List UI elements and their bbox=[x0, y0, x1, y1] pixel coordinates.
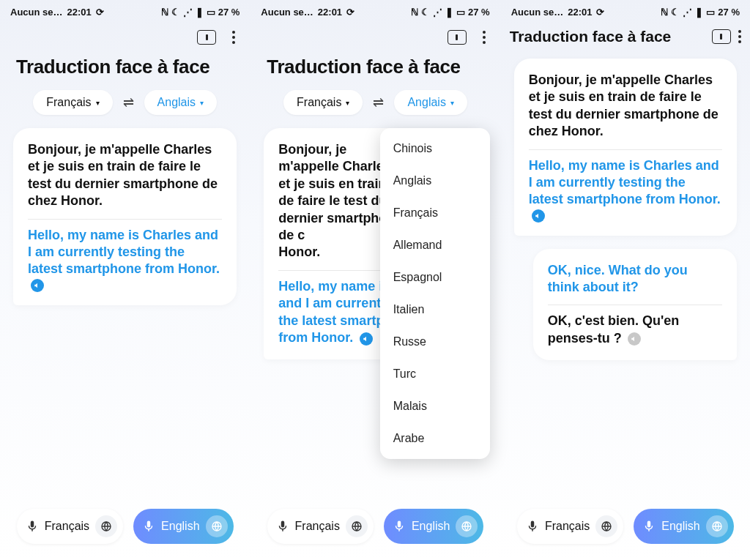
translated-text: Hello, my name is bbox=[278, 279, 390, 294]
more-button[interactable] bbox=[483, 31, 486, 44]
speak-target-label: English bbox=[412, 520, 450, 533]
nfc-icon: ℕ bbox=[161, 7, 168, 18]
conversation-area: Bonjour, je m'appelle Charles et je suis… bbox=[0, 128, 250, 503]
swap-languages-button[interactable]: ⇌ bbox=[123, 94, 134, 111]
speak-source-button[interactable]: Français bbox=[517, 509, 623, 544]
more-button[interactable] bbox=[738, 30, 741, 43]
top-bar bbox=[0, 23, 250, 51]
target-language-label: Anglais bbox=[157, 96, 196, 109]
alert-icon: ❚ bbox=[445, 7, 453, 18]
source-text: Bonjour, je m'appelle Charles et je suis… bbox=[28, 141, 222, 210]
keyboard-source-button[interactable] bbox=[95, 515, 117, 537]
carrier-label: Aucun se… bbox=[10, 7, 63, 18]
dropdown-option[interactable]: Turc bbox=[380, 358, 490, 390]
dropdown-option[interactable]: Russe bbox=[380, 326, 490, 358]
more-button[interactable] bbox=[232, 31, 235, 44]
conversation-area: Bonjour, je m'appelle Charles et je suis… bbox=[250, 128, 500, 503]
battery-icon: ▭ bbox=[706, 7, 715, 18]
reply-target-text: OK, nice. What do you think about it? bbox=[548, 262, 722, 296]
keyboard-icon bbox=[351, 520, 363, 532]
dropdown-option[interactable]: Allemand bbox=[380, 229, 490, 261]
phone-screen-3: Aucun se… 22:01 ⟳ ℕ ☾ ⋰ ❚ ▭ 27 % Traduct… bbox=[500, 0, 750, 560]
battery-percent: 27 % bbox=[218, 7, 240, 18]
keyboard-icon bbox=[461, 520, 472, 532]
alert-icon: ❚ bbox=[196, 7, 204, 18]
alert-icon: ❚ bbox=[695, 7, 703, 18]
reply-bubble: OK, nice. What do you think about it? OK… bbox=[533, 249, 737, 361]
moon-icon: ☾ bbox=[671, 7, 680, 18]
divider bbox=[28, 219, 222, 220]
keyboard-source-button[interactable] bbox=[346, 515, 368, 537]
translated-text: Hello, my name is Charles and I am curre… bbox=[529, 158, 721, 207]
page-title: Traduction face à face bbox=[250, 51, 500, 90]
sync-icon: ⟳ bbox=[596, 7, 604, 18]
battery-icon: ▭ bbox=[207, 7, 215, 18]
speak-button[interactable] bbox=[31, 279, 44, 292]
chevron-down-icon: ▾ bbox=[96, 99, 100, 107]
top-bar bbox=[250, 23, 500, 51]
target-language-label: Anglais bbox=[407, 96, 445, 109]
carrier-label: Aucun se… bbox=[261, 7, 313, 18]
microphone-icon bbox=[393, 520, 406, 533]
header-row: Traduction face à face bbox=[501, 23, 750, 48]
microphone-icon bbox=[526, 520, 539, 533]
source-language-selector[interactable]: Français▾ bbox=[33, 90, 112, 115]
target-language-selector[interactable]: Anglais▾ bbox=[144, 90, 217, 115]
speak-target-button[interactable]: English bbox=[133, 509, 233, 544]
battery-icon: ▭ bbox=[456, 7, 465, 18]
microphone-icon bbox=[642, 520, 656, 533]
dropdown-option[interactable]: Arabe bbox=[380, 422, 490, 455]
dropdown-option[interactable]: Espagnol bbox=[380, 261, 490, 294]
keyboard-source-button[interactable] bbox=[595, 515, 617, 537]
target-language-selector[interactable]: Anglais▾ bbox=[394, 90, 467, 115]
speak-button[interactable] bbox=[360, 332, 373, 346]
dropdown-option[interactable]: Italien bbox=[380, 294, 490, 326]
page-title: Traduction face à face bbox=[0, 51, 250, 90]
source-language-selector[interactable]: Français▾ bbox=[283, 90, 363, 115]
microphone-icon bbox=[276, 520, 289, 533]
dropdown-option[interactable]: Anglais bbox=[380, 165, 490, 197]
translated-text: Hello, my name is Charles and I am curre… bbox=[28, 228, 220, 277]
message-bubble: Bonjour, je m'appelle Charles et je suis… bbox=[514, 59, 737, 236]
battery-percent: 27 % bbox=[468, 7, 490, 18]
dropdown-option[interactable]: Malais bbox=[380, 390, 490, 422]
orientation-button[interactable] bbox=[712, 29, 731, 44]
language-row: Français▾ ⇌ Anglais▾ bbox=[0, 90, 250, 128]
language-dropdown: Chinois Anglais Français Allemand Espagn… bbox=[380, 128, 490, 459]
phone-screen-2: Aucun se… 22:01 ⟳ ℕ ☾ ⋰ ❚ ▭ 27 % Traduct… bbox=[250, 0, 500, 560]
source-text: Bonjour, je m'appelle Charles et je suis… bbox=[529, 72, 722, 141]
wifi-icon: ⋰ bbox=[683, 7, 692, 18]
sync-icon: ⟳ bbox=[346, 7, 354, 18]
status-bar: Aucun se… 22:01 ⟳ ℕ ☾ ⋰ ❚ ▭ 27 % bbox=[501, 0, 750, 23]
orientation-button[interactable] bbox=[448, 30, 467, 45]
clock-label: 22:01 bbox=[318, 7, 342, 18]
speak-source-button[interactable]: Français bbox=[17, 509, 123, 544]
microphone-icon bbox=[26, 520, 39, 533]
speak-target-button[interactable]: English bbox=[384, 509, 483, 544]
dropdown-option[interactable]: Chinois bbox=[380, 132, 490, 165]
swap-languages-button[interactable]: ⇌ bbox=[373, 94, 384, 111]
keyboard-target-button[interactable] bbox=[206, 515, 228, 537]
clock-label: 22:01 bbox=[67, 7, 92, 18]
speak-target-button[interactable]: English bbox=[634, 509, 733, 544]
divider bbox=[529, 149, 722, 150]
speak-source-button[interactable]: Français bbox=[267, 509, 374, 544]
wifi-icon: ⋰ bbox=[433, 7, 442, 18]
keyboard-target-button[interactable] bbox=[456, 515, 478, 537]
nfc-icon: ℕ bbox=[661, 7, 668, 18]
nfc-icon: ℕ bbox=[411, 7, 418, 18]
wifi-icon: ⋰ bbox=[183, 7, 193, 18]
keyboard-target-button[interactable] bbox=[706, 515, 728, 537]
orientation-button[interactable] bbox=[197, 30, 216, 45]
reply-source-text: OK, c'est bien. Qu'en penses-tu ? bbox=[548, 313, 680, 345]
speak-button[interactable] bbox=[628, 332, 641, 346]
phone-screen-1: Aucun se… 22:01 ⟳ ℕ ☾ ⋰ ❚ ▭ 27 % Traduct… bbox=[0, 0, 250, 560]
moon-icon: ☾ bbox=[171, 7, 180, 18]
bottom-bar: Français English bbox=[250, 503, 500, 560]
chevron-down-icon: ▾ bbox=[450, 99, 454, 107]
dropdown-option[interactable]: Français bbox=[380, 197, 490, 229]
speak-source-label: Français bbox=[45, 520, 89, 533]
divider bbox=[548, 305, 722, 305]
bottom-bar: Français English bbox=[501, 503, 750, 560]
speak-button[interactable] bbox=[532, 209, 545, 223]
